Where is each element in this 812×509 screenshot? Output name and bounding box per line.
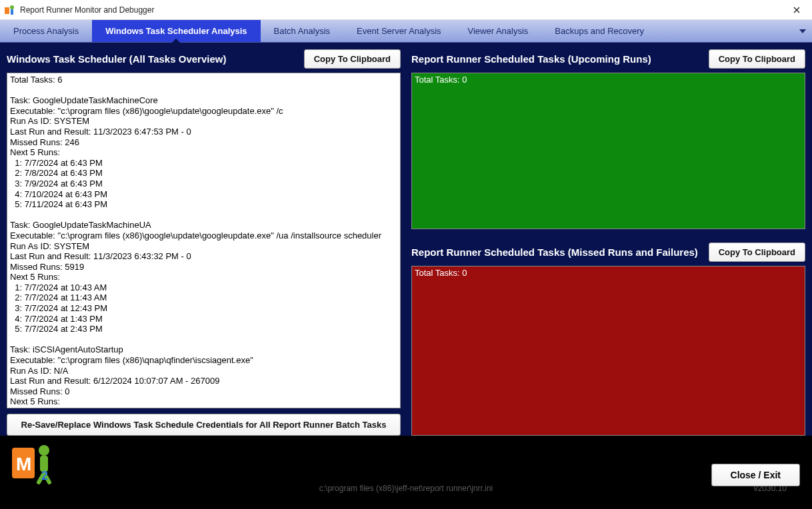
window-close-button[interactable] xyxy=(781,0,812,20)
missed-textbox-wrapper: Total Tasks: 0 xyxy=(411,266,805,436)
missed-panel: Report Runner Scheduled Tasks (Missed Ru… xyxy=(411,243,805,436)
overview-textbox-wrapper: Total Tasks: 6 Task: GoogleUpdateTaskMac… xyxy=(7,73,401,408)
tab-viewer-analysis[interactable]: Viewer Analysis xyxy=(455,20,542,42)
tab-label: Event Server Analysis xyxy=(357,26,441,36)
overview-header: Windows Task Scheduler (All Tasks Overvi… xyxy=(7,49,401,73)
missed-header: Report Runner Scheduled Tasks (Missed Ru… xyxy=(411,243,805,266)
window-title: Report Runner Monitor and Debugger xyxy=(20,5,154,15)
svg-rect-2 xyxy=(11,9,13,15)
upcoming-header: Report Runner Scheduled Tasks (Upcoming … xyxy=(411,49,805,73)
tab-batch-analysis[interactable]: Batch Analysis xyxy=(261,20,344,42)
svg-text:2: 2 xyxy=(41,469,48,482)
config-path: c:\program files (x86)\jeff-net\report r… xyxy=(319,484,493,493)
titlebar: Report Runner Monitor and Debugger xyxy=(0,0,812,20)
tab-label: Batch Analysis xyxy=(274,26,331,36)
close-exit-button[interactable]: Close / Exit xyxy=(711,464,800,486)
overview-title: Windows Task Scheduler (All Tasks Overvi… xyxy=(7,53,299,65)
overview-textbox[interactable]: Total Tasks: 6 Task: GoogleUpdateTaskMac… xyxy=(7,73,400,408)
copy-missed-button[interactable]: Copy To Clipboard xyxy=(709,243,805,262)
upcoming-textbox[interactable]: Total Tasks: 0 xyxy=(412,73,805,229)
upcoming-textbox-wrapper: Total Tasks: 0 xyxy=(411,73,805,229)
app-icon xyxy=(4,4,16,16)
footer: M 2 c:\program files (x86)\jeff-net\repo… xyxy=(0,436,812,509)
upcoming-title: Report Runner Scheduled Tasks (Upcoming … xyxy=(411,53,703,65)
copy-overview-button[interactable]: Copy To Clipboard xyxy=(304,49,401,69)
svg-rect-0 xyxy=(5,7,9,14)
svg-point-5 xyxy=(39,445,49,456)
tab-backups-and-recovery[interactable]: Backups and Recovery xyxy=(541,20,657,42)
missed-textbox[interactable]: Total Tasks: 0 xyxy=(412,266,805,435)
tab-label: Backups and Recovery xyxy=(555,26,644,36)
tabs-overflow-button[interactable] xyxy=(793,20,812,42)
missed-title: Report Runner Scheduled Tasks (Missed Ru… xyxy=(411,247,703,258)
upcoming-panel: Report Runner Scheduled Tasks (Upcoming … xyxy=(411,49,805,229)
tab-label: Viewer Analysis xyxy=(468,26,529,36)
main-content: Windows Task Scheduler (All Tasks Overvi… xyxy=(0,43,812,436)
svg-text:M: M xyxy=(16,454,31,474)
tab-process-analysis[interactable]: Process Analysis xyxy=(0,20,92,42)
tab-label: Process Analysis xyxy=(13,26,79,36)
resave-credentials-button[interactable]: Re-Save/Replace Windows Task Schedule Cr… xyxy=(7,414,401,436)
tabstrip: Process Analysis Windows Task Scheduler … xyxy=(0,20,812,43)
tab-windows-task-scheduler-analysis[interactable]: Windows Task Scheduler Analysis xyxy=(92,20,260,42)
svg-point-1 xyxy=(10,5,14,9)
left-column: Windows Task Scheduler (All Tasks Overvi… xyxy=(7,49,401,436)
tab-label: Windows Task Scheduler Analysis xyxy=(105,26,247,36)
right-column: Report Runner Scheduled Tasks (Upcoming … xyxy=(411,49,805,436)
copy-upcoming-button[interactable]: Copy To Clipboard xyxy=(709,49,805,69)
app-logo: M 2 xyxy=(9,441,56,488)
tab-event-server-analysis[interactable]: Event Server Analysis xyxy=(343,20,454,42)
